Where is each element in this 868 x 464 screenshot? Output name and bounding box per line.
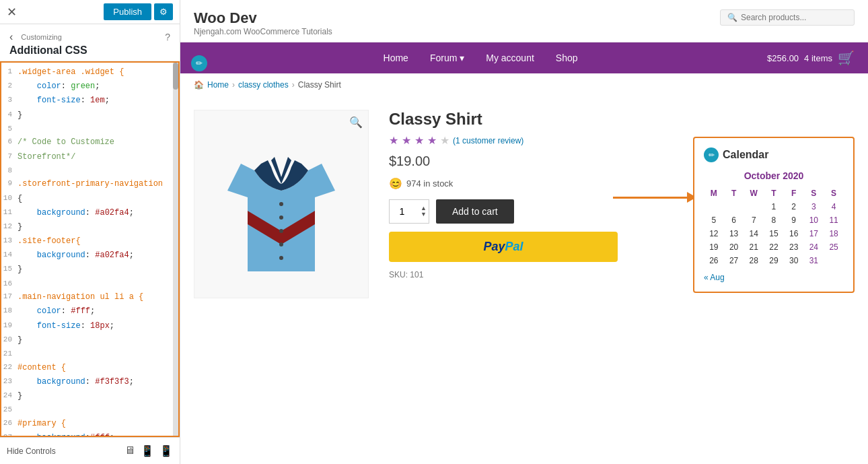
cal-day[interactable]: 3	[804, 200, 824, 213]
calendar-month: October 2020	[704, 170, 844, 181]
arrow-line	[613, 197, 687, 199]
cal-day[interactable]: 30	[784, 254, 804, 267]
cal-day[interactable]: 15	[764, 227, 784, 240]
code-line-24: 24 }	[1, 389, 178, 403]
nav-home[interactable]: Home	[373, 44, 419, 71]
product-details: Classy Shirt ★ ★ ★ ★ ★ (1 customer revie…	[389, 110, 673, 451]
zoom-icon[interactable]: 🔍	[349, 116, 363, 129]
cal-day	[744, 200, 764, 213]
help-icon[interactable]: ?	[165, 32, 170, 42]
cal-day[interactable]: 22	[764, 240, 784, 254]
star-3: ★	[414, 134, 424, 147]
mobile-icon[interactable]: 📱	[159, 444, 173, 457]
star-4: ★	[427, 134, 437, 147]
cart-items: 4 items	[804, 53, 832, 63]
cal-day[interactable]: 10	[804, 213, 824, 227]
breadcrumb-home-link[interactable]: Home	[207, 80, 229, 90]
publish-button[interactable]: Publish	[104, 3, 151, 20]
svg-point-3	[279, 242, 283, 246]
cal-day[interactable]: 6	[724, 213, 744, 227]
add-to-cart-button[interactable]: Add to cart	[436, 199, 514, 224]
code-line-23: 23 background: #f3f3f3;	[1, 375, 178, 389]
sku-info: SKU: 101	[389, 270, 673, 279]
svg-point-1	[279, 216, 283, 220]
stock-text: 974 in stock	[406, 178, 453, 189]
desktop-icon[interactable]: 🖥	[124, 444, 135, 457]
hide-controls-button[interactable]: Hide Controls	[7, 446, 56, 456]
calendar-pencil-icon[interactable]: ✏	[704, 147, 719, 162]
code-line-2: 2 color: green;	[1, 79, 178, 94]
paypal-button[interactable]: PayPal	[389, 232, 618, 262]
cal-day[interactable]: 18	[824, 227, 844, 240]
cal-day[interactable]: 26	[704, 254, 724, 267]
stock-icon: 😊	[389, 177, 402, 190]
code-line-19: 19 font-size: 18px;	[1, 319, 178, 333]
nav-shop[interactable]: Shop	[545, 44, 589, 71]
code-line-6: 6 /* Code to Customize	[1, 135, 178, 150]
code-line-21: 21	[1, 347, 178, 361]
cal-day[interactable]: 31	[804, 254, 824, 267]
hide-controls-label: Hide Controls	[7, 446, 56, 456]
pencil-edit-icon[interactable]: ✏	[191, 55, 207, 71]
top-bar: ✕ Publish ⚙	[0, 0, 180, 24]
nav-forum[interactable]: Forum ▾	[419, 44, 475, 71]
code-line-10: 10 {	[1, 192, 178, 206]
code-line-27: 27 background:#fff;	[1, 431, 178, 437]
cal-day[interactable]: 23	[784, 240, 804, 254]
cal-day[interactable]: 19	[704, 240, 724, 254]
cal-day[interactable]: 5	[704, 213, 724, 227]
quantity-input-wrapper: ▲ ▼	[389, 199, 429, 224]
breadcrumb-category-link[interactable]: classy clothes	[238, 80, 289, 90]
cart-amount: $256.00	[767, 53, 799, 63]
code-line-22: 22 #content {	[1, 361, 178, 375]
cal-header-s1: S	[804, 187, 824, 200]
cal-day	[704, 200, 724, 213]
quantity-stepper[interactable]	[395, 206, 419, 217]
cal-day[interactable]: 14	[744, 227, 764, 240]
quantity-down-button[interactable]: ▼	[421, 211, 427, 218]
cal-day[interactable]: 8	[764, 213, 784, 227]
gear-button[interactable]: ⚙	[154, 3, 173, 20]
cal-day[interactable]: 12	[704, 227, 724, 240]
product-price: $19.00	[389, 154, 673, 169]
cal-day[interactable]: 4	[824, 200, 844, 213]
back-arrow-icon[interactable]: ‹	[9, 31, 13, 43]
cal-day[interactable]: 9	[784, 213, 804, 227]
cal-day[interactable]: 16	[784, 227, 804, 240]
calendar-widget: ✏ Calendar October 2020 M T W T F S S	[693, 137, 855, 293]
cal-day[interactable]: 7	[744, 213, 764, 227]
svg-point-2	[279, 229, 283, 233]
search-bar[interactable]: 🔍	[720, 9, 855, 26]
site-header: Woo Dev Njengah.com WooCommerce Tutorial…	[180, 0, 868, 42]
review-link[interactable]: (1 customer review)	[453, 136, 523, 145]
product-title: Classy Shirt	[389, 110, 673, 129]
cal-day	[824, 254, 844, 267]
cal-day[interactable]: 13	[724, 227, 744, 240]
cal-day[interactable]: 21	[744, 240, 764, 254]
cal-day[interactable]: 25	[824, 240, 844, 254]
code-editor[interactable]: 1 .widget-area .widget { 2 color: green;…	[0, 61, 180, 437]
cal-day[interactable]: 27	[724, 254, 744, 267]
cal-day[interactable]: 24	[804, 240, 824, 254]
cal-day[interactable]: 2	[784, 200, 804, 213]
quantity-spinner: ▲ ▼	[421, 205, 427, 218]
nav-my-account[interactable]: My account	[475, 44, 545, 71]
calendar-prev-link[interactable]: « Aug	[704, 273, 725, 282]
tablet-icon[interactable]: 📱	[141, 444, 154, 457]
cal-day[interactable]: 20	[724, 240, 744, 254]
cal-day[interactable]: 28	[744, 254, 764, 267]
close-icon[interactable]: ✕	[7, 5, 17, 20]
bottom-bar: Hide Controls 🖥 📱 📱	[0, 437, 180, 464]
calendar-header-row: ✏ Calendar	[704, 147, 844, 162]
code-line-26: 26 #primary {	[1, 417, 178, 431]
search-input[interactable]	[741, 13, 847, 22]
code-line-1: 1 .widget-area .widget {	[1, 65, 178, 79]
nav-links: Home Forum ▾ My account Shop	[373, 44, 589, 71]
code-line-18: 18 color: #fff;	[1, 304, 178, 319]
cal-day[interactable]: 11	[824, 213, 844, 227]
cart-icon[interactable]: 🛒	[838, 50, 855, 66]
star-5: ★	[440, 134, 449, 147]
cal-day[interactable]: 1	[764, 200, 784, 213]
cal-day[interactable]: 29	[764, 254, 784, 267]
cal-day[interactable]: 17	[804, 227, 824, 240]
